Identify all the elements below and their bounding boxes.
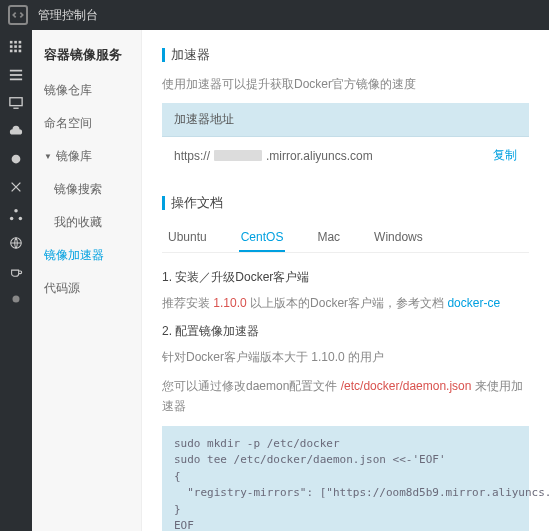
svg-rect-11 (10, 79, 22, 81)
sidebar-item-codesource[interactable]: 代码源 (32, 272, 141, 305)
sidebar-item-label: 镜像库 (56, 148, 92, 165)
tab-windows[interactable]: Windows (372, 224, 425, 252)
copy-button[interactable]: 复制 (493, 147, 517, 164)
svg-rect-0 (10, 41, 13, 44)
list-icon[interactable] (9, 68, 23, 82)
iconbar (0, 30, 32, 531)
sidebar-item-namespace[interactable]: 命名空间 (32, 107, 141, 140)
svg-rect-7 (14, 50, 17, 53)
sidebar-item-search[interactable]: 镜像搜索 (32, 173, 141, 206)
svg-point-18 (13, 296, 20, 303)
os-tabs: Ubuntu CentOS Mac Windows (162, 224, 529, 253)
svg-rect-2 (19, 41, 22, 44)
step1-version: 1.10.0 (213, 296, 246, 310)
svg-point-16 (19, 217, 23, 221)
svg-rect-10 (10, 74, 22, 76)
tab-mac[interactable]: Mac (315, 224, 342, 252)
svg-rect-1 (14, 41, 17, 44)
step1-p1: 推荐安装 (162, 296, 213, 310)
accelerator-desc: 使用加速器可以提升获取Docker官方镜像的速度 (162, 76, 529, 93)
svg-rect-4 (14, 45, 17, 48)
globe-icon[interactable] (9, 236, 23, 250)
sidebar-item-accelerator[interactable]: 镜像加速器 (32, 239, 141, 272)
step1-link[interactable]: docker-ce (447, 296, 500, 310)
sidebar-item-repos[interactable]: 镜像仓库 (32, 74, 141, 107)
step1-title: 1. 安装／升级Docker客户端 (162, 269, 529, 286)
address-url-suffix: .mirror.aliyuncs.com (266, 149, 373, 163)
service-icon[interactable] (9, 152, 23, 166)
topbar-title: 管理控制台 (38, 7, 98, 24)
step1-text: 推荐安装 1.10.0 以上版本的Docker客户端，参考文档 docker-c… (162, 294, 529, 313)
address-head: 加速器地址 (162, 103, 529, 137)
step2-title: 2. 配置镜像加速器 (162, 323, 529, 340)
step2-p2a: 您可以通过修改daemon配置文件 (162, 379, 341, 393)
code-block: sudo mkdir -p /etc/docker sudo tee /etc/… (162, 426, 529, 531)
step2-p2: 您可以通过修改daemon配置文件 /etc/docker/daemon.jso… (162, 377, 529, 415)
main-content: 加速器 使用加速器可以提升获取Docker官方镜像的速度 加速器地址 https… (142, 30, 549, 531)
sidebar-item-favorites[interactable]: 我的收藏 (32, 206, 141, 239)
svg-rect-6 (10, 50, 13, 53)
sidebar: 容器镜像服务 镜像仓库 命名空间 镜像库 镜像搜索 我的收藏 镜像加速器 代码源 (32, 30, 142, 531)
svg-point-15 (10, 217, 14, 221)
svg-rect-5 (19, 45, 22, 48)
address-url: https:// .mirror.aliyuncs.com (174, 149, 493, 163)
sidebar-title: 容器镜像服务 (32, 42, 141, 74)
svg-rect-12 (10, 98, 22, 106)
address-row: https:// .mirror.aliyuncs.com 复制 (162, 137, 529, 174)
svg-rect-8 (19, 50, 22, 53)
address-url-prefix: https:// (174, 149, 210, 163)
address-box: 加速器地址 https:// .mirror.aliyuncs.com 复制 (162, 103, 529, 174)
sidebar-item-library[interactable]: 镜像库 (32, 140, 141, 173)
topbar: 管理控制台 (0, 0, 549, 30)
grid-icon[interactable] (9, 40, 23, 54)
section-doc-title: 操作文档 (162, 194, 529, 212)
svg-rect-9 (10, 70, 22, 72)
dot-icon[interactable] (9, 292, 23, 306)
svg-point-13 (12, 155, 21, 164)
nodes-icon[interactable] (9, 208, 23, 222)
tab-ubuntu[interactable]: Ubuntu (166, 224, 209, 252)
step1-p2: 以上版本的Docker客户端，参考文档 (247, 296, 448, 310)
coffee-icon[interactable] (9, 264, 23, 278)
svg-rect-3 (10, 45, 13, 48)
section-accelerator-title: 加速器 (162, 46, 529, 64)
tab-centos[interactable]: CentOS (239, 224, 286, 252)
address-url-masked (214, 150, 262, 161)
tools-icon[interactable] (9, 180, 23, 194)
brand-logo-icon (8, 5, 28, 25)
monitor-icon[interactable] (9, 96, 23, 110)
step2-p1: 针对Docker客户端版本大于 1.10.0 的用户 (162, 348, 529, 367)
cloud-icon[interactable] (9, 124, 23, 138)
svg-point-14 (14, 209, 18, 213)
step2-filepath: /etc/docker/daemon.json (341, 379, 472, 393)
